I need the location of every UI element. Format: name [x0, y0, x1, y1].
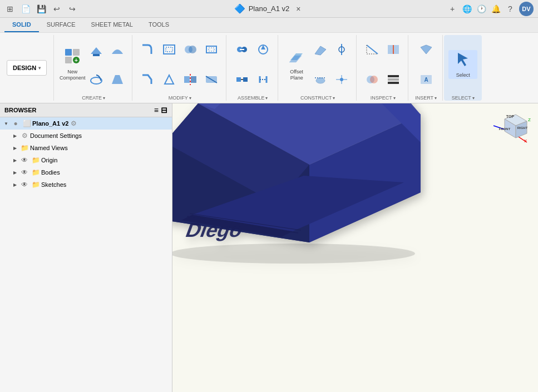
axis-through-button[interactable]	[332, 35, 352, 64]
undo-icon[interactable]: ↩	[51, 3, 62, 14]
file-icon[interactable]: 📄	[20, 3, 31, 14]
assemble-group-label: ASSEMBLE ▾	[238, 94, 268, 101]
chamfer-button[interactable]	[138, 65, 158, 94]
svg-marker-5	[91, 47, 102, 54]
svg-marker-50	[421, 45, 432, 54]
enable-contact-button[interactable]	[253, 65, 273, 94]
offset-plane-button[interactable]: OffsetPlane	[284, 50, 309, 79]
online-icon[interactable]: 🌐	[461, 3, 472, 14]
add-tab-icon[interactable]: +	[447, 3, 458, 14]
new-component-button[interactable]: + NewComponent	[60, 50, 85, 79]
replace-face-button[interactable]	[201, 65, 221, 94]
close-tab-icon[interactable]: ×	[293, 3, 304, 14]
create-group-label: CREATE ▾	[82, 94, 105, 101]
assemble-chevron[interactable]: ▾	[265, 96, 268, 101]
construct-buttons: OffsetPlane	[284, 35, 352, 94]
bodies-eye-icon[interactable]: 👁	[20, 168, 29, 177]
avatar[interactable]: DV	[519, 2, 534, 16]
clock-icon[interactable]: 🕐	[476, 3, 487, 14]
point-button[interactable]	[332, 65, 352, 94]
component-icon: ⬜	[22, 119, 31, 128]
select-chevron[interactable]: ▾	[472, 96, 475, 101]
design-label: DESIGN	[13, 64, 36, 71]
split-body-button[interactable]	[180, 65, 200, 94]
sweep-button[interactable]	[107, 35, 127, 64]
svg-text:Diego: Diego	[183, 219, 247, 241]
create-chevron[interactable]: ▾	[103, 96, 105, 101]
svg-point-54	[172, 244, 415, 264]
grid-icon[interactable]: ⊞	[4, 3, 16, 14]
offset-faces-button[interactable]	[201, 35, 221, 64]
modify-chevron[interactable]: ▾	[189, 96, 191, 101]
viewport[interactable]: Diego	[172, 103, 538, 392]
sketches-eye-icon[interactable]: 👁	[20, 180, 29, 189]
main-area: BROWSER ≡ ⊟ ▼ ● ⬜ Plano_A1 v2 ⚙ ▶ ⚙ Docu…	[0, 103, 538, 392]
browser-sketches[interactable]: ▶ 👁 📁 Sketches	[0, 178, 172, 191]
svg-line-40	[367, 45, 378, 54]
construct-chevron[interactable]: ▾	[333, 96, 335, 101]
browser-collapse-icon[interactable]: ≡	[154, 106, 159, 115]
select-button[interactable]: Select	[448, 50, 477, 79]
svg-marker-30	[315, 46, 326, 55]
svg-rect-0	[65, 49, 72, 56]
doc-settings-label: Document Settings	[30, 132, 82, 139]
origin-eye-icon[interactable]: 👁	[20, 156, 29, 165]
combine-button[interactable]	[180, 35, 200, 64]
save-icon[interactable]: 💾	[36, 3, 47, 14]
browser-root-item[interactable]: ▼ ● ⬜ Plano_A1 v2 ⚙	[0, 117, 172, 130]
origin-expand[interactable]: ▶	[11, 156, 19, 164]
construct-group: OffsetPlane	[279, 35, 357, 101]
tab-surface[interactable]: SURFACE	[39, 18, 83, 32]
plane-at-angle-button[interactable]	[310, 35, 330, 64]
root-visibility-icon[interactable]: ●	[11, 119, 20, 128]
fillet-button[interactable]	[138, 35, 158, 64]
redo-icon[interactable]: ↪	[67, 3, 78, 14]
draft-button[interactable]	[159, 65, 179, 94]
browser-named-views[interactable]: ▶ 📁 Named Views	[0, 142, 172, 154]
doc-expand[interactable]: ▶	[11, 132, 19, 140]
section-analysis-button[interactable]	[383, 35, 403, 64]
motion-study-button[interactable]	[253, 35, 273, 64]
root-expand-arrow[interactable]: ▼	[2, 120, 10, 127]
tab-sheet-metal[interactable]: SHEET METAL	[83, 18, 141, 32]
help-icon[interactable]: ?	[505, 3, 516, 14]
bell-icon[interactable]: 🔔	[490, 3, 501, 14]
viewcube[interactable]: TOP FRONT RIGHT X Z	[488, 109, 532, 153]
interference-button[interactable]	[362, 65, 382, 94]
insert-chevron[interactable]: ▾	[435, 96, 437, 101]
revolve-button[interactable]	[86, 65, 106, 94]
create-group: + NewComponent	[55, 35, 132, 101]
gear-icon: ⚙	[20, 131, 29, 140]
design-button[interactable]: DESIGN ▾	[7, 60, 47, 76]
svg-rect-47	[388, 75, 399, 77]
loft-button[interactable]	[107, 65, 127, 94]
decal-button[interactable]: A	[416, 65, 436, 94]
design-chevron: ▾	[38, 66, 41, 71]
tangent-plane-button[interactable]	[310, 65, 330, 94]
browser-panel-collapse[interactable]: ⊟	[161, 106, 167, 115]
root-settings-icon[interactable]: ⚙	[71, 120, 77, 127]
zebra-analysis-button[interactable]	[383, 65, 403, 94]
named-views-expand[interactable]: ▶	[11, 144, 19, 152]
joint-button[interactable]	[232, 35, 252, 64]
as-built-joint-button[interactable]	[232, 65, 252, 94]
construct-group-label: CONSTRUCT ▾	[300, 94, 335, 101]
tab-solid[interactable]: SOLID	[4, 18, 39, 32]
viewport-canvas[interactable]: Diego	[172, 103, 538, 392]
svg-rect-17	[206, 46, 216, 53]
measure-button[interactable]	[362, 35, 382, 64]
shell-button[interactable]	[159, 35, 179, 64]
select-buttons: Select	[448, 35, 477, 94]
browser-bodies[interactable]: ▶ 👁 📁 Bodies	[0, 166, 172, 178]
tab-tools[interactable]: TOOLS	[141, 18, 177, 32]
sketches-expand[interactable]: ▶	[11, 181, 19, 188]
browser-doc-settings[interactable]: ▶ ⚙ Document Settings	[0, 130, 172, 142]
svg-marker-53	[458, 53, 468, 66]
bodies-expand[interactable]: ▶	[11, 168, 19, 176]
insert-mesh-button[interactable]	[416, 35, 436, 64]
browser-origin[interactable]: ▶ 👁 📁 Origin	[0, 154, 172, 166]
extrude-button[interactable]	[86, 35, 106, 64]
sketches-label: Sketches	[41, 181, 66, 188]
inspect-chevron[interactable]: ▾	[393, 96, 396, 101]
svg-rect-48	[388, 78, 399, 81]
